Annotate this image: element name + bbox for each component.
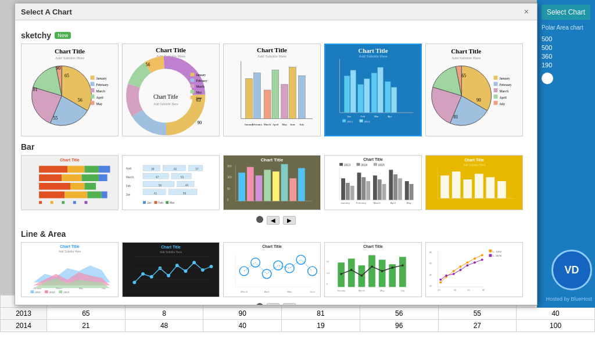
svg-point-217 [132,281,136,284]
chart-thumb-sketchy-donut[interactable]: Chart Title Add Subtitle Here Chart Titl… [122,44,220,136]
svg-text:150: 150 [227,165,232,168]
cell-2014-jan[interactable]: 21 [47,320,126,332]
modal-body: sketchy New Chart Title Add Subtitle Her… [15,20,537,305]
svg-point-218 [141,272,145,276]
chart-thumb-bar-line-combo[interactable]: Chart Title 0 5.0 10 [324,242,422,297]
svg-text:Mar: Mar [374,115,379,118]
svg-text:Chart Title: Chart Title [60,158,80,162]
modal-close-button[interactable]: × [522,7,531,16]
bar-page-dot-1[interactable] [256,216,263,223]
chart-thumb-line-area[interactable]: Chart Title Add Subtitle Here 2011 2012 … [21,242,119,297]
svg-rect-99 [99,166,110,173]
cell-2013-apr[interactable]: 81 [282,308,360,320]
value-3: 360 [542,53,590,60]
table-row: 2013 65 8 90 81 56 55 40 [1,308,595,320]
cell-2014-may[interactable]: 96 [360,320,438,332]
cell-2014-apr[interactable]: 19 [282,320,360,332]
cell-2013-jul[interactable]: 40 [517,308,595,320]
svg-text:Add Subtitle Here: Add Subtitle Here [55,56,84,60]
svg-text:2014: 2014 [364,120,370,123]
cell-2013-jun[interactable]: 55 [438,308,517,320]
svg-rect-156 [264,170,271,201]
svg-rect-46 [264,90,271,118]
svg-text:2015: 2015 [378,164,385,167]
chart-thumb-sketchy-pie-1[interactable]: Chart Title Add Subtitle Here January F [21,44,119,136]
chart-thumb-sketchy-bar-blue[interactable]: Chart Title Add Subtitle Here [324,44,422,136]
svg-rect-195 [440,175,449,198]
cell-2013-may[interactable]: 56 [360,308,438,320]
svg-point-257 [340,273,342,275]
chart-thumb-line-dark[interactable]: Chart Title Add Subtitle Here [122,242,220,297]
svg-text:April: April [499,96,507,99]
svg-rect-163 [339,163,343,166]
svg-rect-158 [281,164,288,201]
cell-2014-jul[interactable]: 100 [517,320,595,332]
svg-rect-141 [166,201,169,204]
chart-thumb-bar-stacked[interactable]: Chart Title [21,155,119,210]
svg-rect-110 [102,192,107,199]
svg-rect-35 [191,96,195,99]
bar-page-next[interactable]: ▶ [283,216,296,225]
svg-text:90: 90 [197,120,202,125]
line-page-next[interactable]: ▶ [283,303,296,305]
svg-text:Mar: Mar [170,201,175,204]
svg-text:100: 100 [227,176,232,179]
svg-rect-160 [298,168,305,201]
svg-point-258 [350,269,353,271]
svg-text:March: March [374,201,381,204]
svg-text:Chart Title: Chart Title [60,244,80,248]
svg-text:2012: 2012 [49,291,55,294]
hosted-by: Hosted by BlueHost [546,296,592,302]
svg-text:March: March [56,287,63,290]
cell-2014-mar[interactable]: 40 [203,320,282,332]
svg-text:81: 81 [453,114,458,120]
svg-rect-174 [357,172,361,200]
svg-text:Chart Title: Chart Title [156,46,186,53]
svg-text:May: May [79,287,83,290]
line-page-prev[interactable]: ◀ [267,303,279,305]
cell-2014-jun[interactable]: 27 [438,320,517,332]
svg-text:March: March [264,123,271,126]
line-page-dot-1[interactable] [256,303,263,305]
chart-thumb-scatter[interactable]: L. 1234 L. 5678 [425,242,523,297]
bar-page-prev[interactable]: ◀ [267,216,279,225]
svg-text:March: March [126,176,134,179]
chart-thumb-bar-colorful[interactable]: Chart Title 0 50 100 150 [223,155,321,210]
row-year-2013: 2013 [1,308,47,320]
cell-2014-feb[interactable]: 48 [125,320,203,332]
svg-rect-45 [253,73,260,118]
chart-thumb-sketchy-pie-2[interactable]: Chart Title Add Subtitle Here January F [425,44,523,136]
svg-point-219 [150,275,153,279]
chart-thumb-sketchy-bar[interactable]: Chart Title Add Subtitle Here January [223,44,321,136]
cell-2013-mar[interactable]: 90 [203,308,282,320]
chart-thumb-line-circle[interactable]: Chart Title March April [223,242,321,297]
chart-thumb-bar-gold[interactable]: Chart Title Add Subtitle Here [425,155,523,210]
cell-2013-jan[interactable]: 65 [47,308,126,320]
svg-rect-183 [405,181,409,200]
svg-text:March: March [359,289,365,292]
svg-rect-155 [256,175,263,201]
chart-thumb-bar-matrix[interactable]: April March Feb Jan 38 62 [122,155,220,210]
svg-rect-268 [426,243,522,297]
cell-2013-feb[interactable]: 8 [125,308,203,320]
svg-text:L. 5678: L. 5678 [493,254,501,257]
svg-rect-176 [366,181,370,200]
svg-rect-69 [385,81,390,113]
chart-thumb-bar-grouped-gray[interactable]: Chart Title 2013 2014 2015 [324,155,422,210]
svg-text:Chart Title: Chart Title [257,46,287,53]
svg-rect-178 [378,179,382,200]
svg-text:65: 65 [64,73,69,78]
svg-rect-157 [273,171,279,201]
svg-text:Apr: Apr [388,115,392,118]
svg-rect-33 [191,90,195,93]
logo: VD [551,250,592,290]
svg-text:May: May [96,102,102,106]
svg-text:Chart Title: Chart Title [363,244,383,248]
svg-point-263 [402,264,404,266]
svg-text:81: 81 [33,87,38,92]
select-chart-button[interactable]: Select Chart [542,5,590,20]
svg-text:Jan: Jan [347,115,352,118]
svg-text:Feb: Feb [158,201,163,204]
sketchy-chart-grid: Chart Title Add Subtitle Here January F [21,44,531,136]
svg-text:March: March [499,89,508,93]
